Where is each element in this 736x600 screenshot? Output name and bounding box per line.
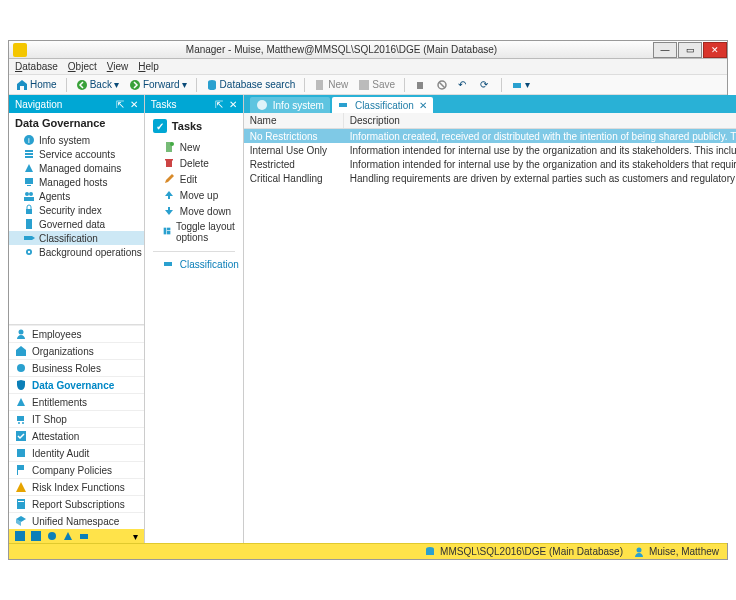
delete-toolbar-button[interactable] — [411, 78, 429, 92]
tab-close-icon[interactable]: ✕ — [419, 100, 427, 111]
footer-icon[interactable] — [79, 531, 89, 541]
menu-help[interactable]: Help — [138, 61, 159, 72]
footer-icon[interactable] — [63, 531, 73, 541]
svg-rect-56 — [164, 228, 167, 235]
nav-section-label: Business Roles — [32, 363, 101, 374]
db-icon — [424, 546, 436, 558]
nav-section-label: Identity Audit — [32, 448, 89, 459]
nav-tree-item[interactable]: Classification — [9, 231, 144, 245]
svg-marker-54 — [165, 210, 173, 215]
svg-rect-7 — [417, 82, 423, 89]
tab-info-system[interactable]: Info system — [250, 97, 330, 113]
nav-tree-item[interactable]: iInfo system — [9, 133, 144, 147]
footer-icon[interactable] — [47, 531, 57, 541]
svg-rect-63 — [426, 549, 434, 555]
titlebar: Manager - Muise, Matthew@MMSQL\SQL2016\D… — [9, 41, 727, 59]
shield-icon — [15, 379, 27, 391]
nav-section-item[interactable]: Employees — [9, 325, 144, 342]
nav-tree-item[interactable]: Managed hosts — [9, 175, 144, 189]
menu-view[interactable]: View — [107, 61, 129, 72]
overflow-icon[interactable]: ▾ — [133, 531, 138, 542]
dbsearch-button[interactable]: Database search — [203, 78, 299, 92]
minimize-button[interactable]: — — [653, 42, 677, 58]
home-button[interactable]: Home — [13, 78, 60, 92]
svg-point-29 — [17, 364, 25, 372]
print-button[interactable]: ▾ — [508, 78, 533, 92]
pin-icon[interactable]: ⇱ — [215, 99, 223, 110]
menubar: Database Object View Help — [9, 59, 727, 75]
nav-section-item[interactable]: Organizations — [9, 342, 144, 359]
nav-tree-item[interactable]: Managed domains — [9, 161, 144, 175]
task-label: Toggle layout options — [176, 221, 239, 243]
nav-section-item[interactable]: Company Policies — [9, 461, 144, 478]
close-button[interactable]: ✕ — [703, 42, 727, 58]
discard-button[interactable] — [433, 78, 451, 92]
separator — [66, 78, 67, 92]
nav-section-label: Attestation — [32, 431, 79, 442]
nav-section-item[interactable]: Business Roles — [9, 359, 144, 376]
task-item[interactable]: Edit — [145, 171, 243, 187]
tag-icon — [338, 99, 350, 111]
task-item[interactable]: Move up — [145, 187, 243, 203]
nav-tree-item[interactable]: Service accounts — [9, 147, 144, 161]
forward-label: Forward — [143, 79, 180, 90]
footer-icon[interactable] — [15, 531, 25, 541]
refresh-button[interactable]: ⟳ — [477, 78, 495, 92]
column-description[interactable]: Description — [344, 113, 736, 128]
task-classification-link[interactable]: Classification — [145, 256, 243, 272]
home-label: Home — [30, 79, 57, 90]
table-row[interactable]: Critical HandlingHandling requirements a… — [244, 171, 736, 185]
nav-section-item[interactable]: Entitlements — [9, 393, 144, 410]
table-row[interactable]: No RestrictionsInformation created, rece… — [244, 129, 736, 143]
nav-section-item[interactable]: Report Subscriptions — [9, 495, 144, 512]
save-button[interactable]: Save — [355, 78, 398, 92]
nav-tree-item[interactable]: Governed data — [9, 217, 144, 231]
maximize-button[interactable]: ▭ — [678, 42, 702, 58]
menu-database[interactable]: Database — [15, 61, 58, 72]
new-button[interactable]: New — [311, 78, 351, 92]
svg-point-28 — [19, 330, 24, 335]
toolbar: Home Back ▾ Forward ▾ Database search Ne… — [9, 75, 727, 95]
nav-section-item[interactable]: Unified Namespace — [9, 512, 144, 529]
svg-point-32 — [18, 422, 20, 424]
svg-rect-58 — [167, 231, 170, 234]
column-name[interactable]: Name — [244, 113, 344, 128]
svg-rect-22 — [26, 209, 32, 214]
forward-button[interactable]: Forward ▾ — [126, 78, 190, 92]
nav-tree-item[interactable]: Agents — [9, 189, 144, 203]
footer-icon[interactable] — [31, 531, 41, 541]
table-row[interactable]: Internal Use OnlyInformation intended fo… — [244, 143, 736, 157]
status-bar: MMSQL\SQL2016\DGE (Main Database) Muise,… — [9, 543, 727, 559]
svg-rect-43 — [15, 531, 25, 541]
undo-button[interactable]: ↶ — [455, 78, 473, 92]
task-item[interactable]: New — [145, 139, 243, 155]
svg-rect-40 — [18, 501, 24, 502]
svg-rect-14 — [25, 153, 33, 155]
tag-icon — [23, 232, 35, 244]
close-panel-icon[interactable]: ✕ — [130, 99, 138, 110]
nav-section-item[interactable]: Identity Audit — [9, 444, 144, 461]
nav-section-item[interactable]: Data Governance — [9, 376, 144, 393]
close-panel-icon[interactable]: ✕ — [229, 99, 237, 110]
nav-sections: EmployeesOrganizationsBusiness RolesData… — [9, 324, 144, 529]
menu-object[interactable]: Object — [68, 61, 97, 72]
nav-tree-item[interactable]: Security index — [9, 203, 144, 217]
task-item[interactable]: Toggle layout options — [145, 219, 243, 245]
task-item[interactable]: Delete — [145, 155, 243, 171]
monitor-icon — [23, 176, 35, 188]
nav-section-item[interactable]: Attestation — [9, 427, 144, 444]
back-button[interactable]: Back ▾ — [73, 78, 122, 92]
svg-rect-61 — [339, 103, 347, 107]
nav-section-item[interactable]: Risk Index Functions — [9, 478, 144, 495]
discard-icon — [436, 79, 448, 91]
nav-section-item[interactable]: IT Shop — [9, 410, 144, 427]
cart-icon — [15, 413, 27, 425]
pin-icon[interactable]: ⇱ — [116, 99, 124, 110]
svg-rect-24 — [24, 236, 32, 240]
tab-classification[interactable]: Classification ✕ — [332, 97, 433, 113]
table-row[interactable]: RestrictedInformation intended for inter… — [244, 157, 736, 171]
task-item[interactable]: Move down — [145, 203, 243, 219]
svg-rect-10 — [513, 83, 521, 88]
tree-item-label: Security index — [39, 205, 102, 216]
nav-tree-item[interactable]: Background operations — [9, 245, 144, 259]
